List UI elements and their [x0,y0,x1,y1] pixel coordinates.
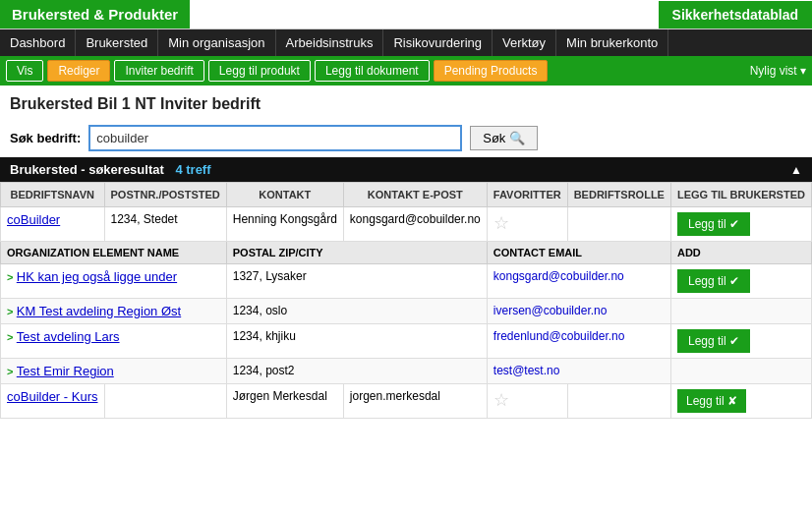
page-title: Brukersted Bil 1 NT Inviter bedrift [0,86,812,119]
cell-last-kontakt: Jørgen Merkesdal [226,384,343,419]
cell-kontakt: Henning Kongsgård [226,207,343,242]
cell-sub-name-3: > Test Emir Region [1,359,227,384]
legg-til-button-0[interactable]: Legg til ✔ [677,269,750,293]
cell-last-bedriftsrolle [567,384,670,419]
sikkerhetsdatablad-label: Sikkerhetsdatablad [659,1,812,29]
search-label: Søk bedrift: [10,131,81,145]
sub-link-0[interactable]: HK kan jeg også ligge under [17,269,177,284]
expand-arrow-icon[interactable]: > [7,366,13,377]
cell-sub-add-1 [670,299,811,324]
toolbar: Vis Rediger Inviter bedrift Legg til pro… [0,56,812,86]
search-icon: 🔍 [509,131,525,145]
table-row: > KM Test avdeling Region Øst 1234, oslo… [1,299,812,324]
cell-last-postnr [104,384,226,419]
legg-til-produkt-button[interactable]: Legg til produkt [208,60,311,82]
nav-brukersted[interactable]: Brukersted [76,29,158,56]
legg-til-dokument-button[interactable]: Legg til dokument [315,60,430,82]
col-favoritter: FAVORITTER [487,183,567,207]
search-button[interactable]: Søk 🔍 [470,126,538,150]
nav-dashbord[interactable]: Dashbord [0,29,76,56]
search-area: Søk bedrift: Søk 🔍 [0,119,812,157]
col-kontakt: KONTAKT [226,183,343,207]
search-button-label: Søk [483,131,505,145]
results-table: BEDRIFTSNAVN POSTNR./POSTSTED KONTAKT KO… [0,182,812,419]
col-kontakt-epost: KONTAKT E-POST [343,183,487,207]
legg-til-button-2[interactable]: Legg til ✔ [677,329,750,353]
cell-bedriftsrolle [567,207,670,242]
header: Brukersted & Produkter Sikkerhetsdatabla… [0,0,812,29]
results-title: Brukersted - søkeresultat [10,162,164,177]
cell-sub-email-3: test@test.no [487,359,670,384]
sub-link-3[interactable]: Test Emir Region [17,364,114,378]
sub-header-row: ORGANIZATION ELEMENT NAME POSTAL ZIP/CIT… [1,242,812,264]
cell-epost: kongsgard@cobuilder.no [343,207,487,242]
table-row: > Test Emir Region 1234, post2 test@test… [1,359,812,384]
table-row: coBuilder 1234, Stedet Henning Kongsgård… [1,207,812,242]
navigation: Dashbord Brukersted Min organisasjon Arb… [0,29,812,56]
cell-sub-name-2: > Test avdeling Lars [1,324,227,359]
cell-last-favoritter: ☆ [487,384,567,419]
star-icon[interactable]: ☆ [493,390,509,410]
cell-sub-add-3 [670,359,811,384]
cell-sub-postal-1: 1234, oslo [226,299,487,324]
cell-sub-email-2: fredenlund@cobuilder.no [487,324,670,359]
cell-last-legg-til: Legg til ✘ [670,384,811,419]
cell-legg-til: Legg til ✔ [670,207,811,242]
cell-last-epost: jorgen.merkesdal [343,384,487,419]
legg-til-button-main[interactable]: Legg til ✔ [677,212,750,236]
expand-arrow-icon[interactable]: > [7,306,13,317]
table-row: coBuilder - Kurs Jørgen Merkesdal jorgen… [1,384,812,419]
cell-sub-postal-2: 1234, khjiku [226,324,487,359]
toolbar-buttons: Vis Rediger Inviter bedrift Legg til pro… [6,60,548,82]
cell-sub-postal-3: 1234, post2 [226,359,487,384]
cell-postnr: 1234, Stedet [104,207,226,242]
results-header: Brukersted - søkeresultat 4 treff ▲ [0,157,812,182]
col-bedriftsrolle: BEDRIFTSROLLE [567,183,670,207]
table-row: > Test avdeling Lars 1234, khjiku freden… [1,324,812,359]
vis-button[interactable]: Vis [6,60,43,82]
cell-favoritter: ☆ [487,207,567,242]
cell-sub-email-1: iversen@cobuilder.no [487,299,670,324]
nav-arbeidsinstruks[interactable]: Arbeidsinstruks [276,29,384,56]
cell-bedriftsnavn: coBuilder [1,207,105,242]
cobuilder-kurs-link[interactable]: coBuilder - Kurs [7,389,97,404]
cell-last-bedriftsnavn: coBuilder - Kurs [1,384,105,419]
sub-col-org-name: ORGANIZATION ELEMENT NAME [1,242,227,264]
collapse-arrow-icon[interactable]: ▲ [790,163,802,177]
sub-link-2[interactable]: Test avdeling Lars [17,329,120,344]
sub-col-contact-email: CONTACT EMAIL [487,242,670,264]
sub-col-postal: POSTAL ZIP/CITY [226,242,487,264]
nav-min-brukerkonto[interactable]: Min brukerkonto [556,29,668,56]
nav-min-org[interactable]: Min organisasjon [158,29,275,56]
rediger-button[interactable]: Rediger [47,60,110,82]
brand-title: Brukersted & Produkter [0,0,190,29]
sub-link-1[interactable]: KM Test avdeling Region Øst [17,304,181,318]
col-legg-til: LEGG TIL BRUKERSTED [670,183,811,207]
cell-sub-add-2: Legg til ✔ [670,324,811,359]
col-postnr: POSTNR./POSTSTED [104,183,226,207]
expand-arrow-icon[interactable]: > [7,331,13,343]
legg-til-button-last[interactable]: Legg til ✘ [677,389,746,413]
cell-sub-name-1: > KM Test avdeling Region Øst [1,299,227,324]
table-row: > HK kan jeg også ligge under 1327, Lysa… [1,264,812,299]
cell-sub-name-0: > HK kan jeg også ligge under [1,264,227,299]
col-bedriftsnavn: BEDRIFTSNAVN [1,183,105,207]
cell-sub-add-0: Legg til ✔ [670,264,811,299]
results-count: 4 treff [175,162,210,177]
cobuilder-link[interactable]: coBuilder [7,212,60,227]
pending-products-button[interactable]: Pending Products [434,60,549,82]
expand-arrow-icon[interactable]: > [7,271,13,283]
nav-verktoy[interactable]: Verktøy [493,29,556,56]
sub-col-add: ADD [670,242,811,264]
nav-risikovurdering[interactable]: Risikovurdering [383,29,493,56]
cell-sub-postal-0: 1327, Lysaker [226,264,487,299]
search-input[interactable] [88,125,462,151]
star-icon[interactable]: ☆ [493,213,509,233]
cell-sub-email-0: kongsgard@cobuilder.no [487,264,670,299]
results-title-area: Brukersted - søkeresultat 4 treff [10,162,211,177]
inviter-bedrift-button[interactable]: Inviter bedrift [114,60,203,82]
recently-viewed[interactable]: Nylig vist ▾ [750,64,806,78]
